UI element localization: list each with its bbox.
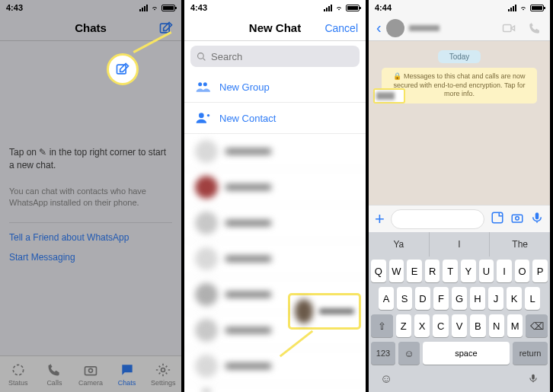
wifi-icon [150, 5, 159, 11]
page-title: Chats [75, 21, 107, 34]
chat-contact-header[interactable] [386, 19, 440, 37]
avatar [386, 19, 404, 37]
tab-bar: Status Calls Camera Chats Settings [0, 355, 181, 392]
battery-icon [346, 5, 360, 11]
key[interactable]: P [532, 260, 548, 282]
key[interactable]: M [507, 314, 523, 337]
svg-rect-10 [503, 24, 512, 31]
key[interactable]: N [489, 314, 504, 337]
keyboard-suggestions: Ya I The [369, 232, 550, 257]
key[interactable]: G [452, 287, 467, 310]
svg-rect-11 [492, 212, 503, 223]
svg-rect-12 [512, 215, 523, 222]
list-item[interactable] [184, 170, 366, 206]
shift-key[interactable]: ⇧ [371, 314, 393, 337]
suggestion[interactable]: I [430, 232, 491, 257]
key[interactable]: W [389, 260, 404, 282]
key[interactable]: J [488, 287, 503, 310]
battery-icon [161, 5, 175, 11]
tab-chats[interactable]: Chats [109, 356, 145, 392]
key[interactable]: L [525, 287, 540, 310]
back-button[interactable]: ‹ [376, 19, 382, 37]
backspace-key[interactable]: ⌫ [526, 314, 548, 337]
new-group-row[interactable]: New Group [184, 72, 366, 103]
message-input[interactable] [391, 209, 484, 229]
svg-rect-14 [535, 212, 539, 219]
empty-state-sub: You can chat with contacts who have What… [9, 186, 172, 209]
list-item[interactable] [184, 241, 366, 277]
video-call-icon[interactable] [501, 21, 516, 35]
space-key[interactable]: space [423, 342, 510, 365]
start-messaging-link[interactable]: Start Messaging [9, 252, 172, 272]
svg-point-8 [203, 82, 207, 86]
empty-state-hint: Tap on ✎ in the top right corner to star… [9, 146, 172, 172]
add-contact-icon [195, 110, 210, 126]
tab-settings[interactable]: Settings [145, 356, 181, 392]
tell-friend-link[interactable]: Tell a Friend about WhatsApp [9, 222, 172, 252]
wifi-icon [334, 5, 344, 11]
key[interactable]: Q [371, 260, 386, 282]
sticker-icon[interactable] [491, 211, 504, 228]
suggestion[interactable]: Ya [369, 232, 430, 257]
key[interactable]: H [470, 287, 485, 310]
search-icon [197, 52, 206, 62]
group-icon [195, 79, 210, 94]
key[interactable]: R [425, 260, 440, 282]
contact-list [184, 134, 366, 392]
key[interactable]: T [443, 260, 458, 282]
key[interactable]: F [433, 287, 449, 310]
key[interactable]: B [470, 314, 485, 337]
key[interactable]: U [479, 260, 494, 282]
list-item[interactable] [184, 349, 366, 384]
voice-call-icon[interactable] [527, 21, 542, 35]
signal-icon [508, 5, 516, 11]
page-title: New Chat [249, 21, 301, 34]
cancel-button[interactable]: Cancel [324, 22, 358, 34]
list-item[interactable] [184, 384, 366, 392]
key[interactable]: E [407, 260, 422, 282]
key[interactable]: C [433, 314, 448, 337]
status-bar: 4:43 [184, 0, 366, 15]
contact-name [409, 25, 440, 31]
header: ‹ [369, 15, 550, 41]
svg-point-2 [13, 365, 23, 374]
highlight-message-callout [373, 88, 405, 104]
emoji-icon[interactable]: ☺ [380, 372, 392, 387]
key[interactable]: S [397, 287, 412, 310]
key[interactable]: D [415, 287, 430, 310]
key[interactable]: X [414, 314, 430, 337]
camera-icon[interactable] [510, 211, 524, 228]
clock: 4:44 [375, 3, 392, 12]
chat-area: Today 🔒 Messages to this chat and calls … [369, 41, 550, 205]
clock: 4:43 [190, 3, 207, 12]
key[interactable]: I [497, 260, 512, 282]
highlight-compose-callout [107, 53, 139, 85]
key[interactable]: V [452, 314, 467, 337]
suggestion[interactable]: The [490, 232, 550, 257]
new-contact-row[interactable]: New Contact [184, 103, 366, 134]
key[interactable]: O [515, 260, 530, 282]
search-input[interactable] [211, 51, 353, 62]
tab-camera[interactable]: Camera [72, 356, 109, 392]
wifi-icon [519, 5, 528, 11]
date-pill: Today [438, 50, 481, 63]
tab-status[interactable]: Status [0, 356, 37, 392]
key[interactable]: Z [396, 314, 411, 337]
key[interactable]: Y [461, 260, 476, 282]
list-item[interactable] [184, 206, 366, 241]
status-bar: 4:43 [0, 0, 181, 15]
key[interactable]: K [507, 287, 522, 310]
key-row: ASDFGHJKL [371, 287, 548, 310]
search-field[interactable] [190, 46, 360, 67]
emoji-key[interactable]: ☺ [398, 342, 420, 365]
list-item[interactable] [184, 134, 366, 170]
return-key[interactable]: return [513, 342, 548, 365]
tab-calls[interactable]: Calls [37, 356, 73, 392]
attach-button[interactable]: + [375, 209, 385, 229]
numbers-key[interactable]: 123 [371, 342, 395, 365]
header: New Chat Cancel [184, 15, 366, 41]
key[interactable]: A [379, 287, 394, 310]
signal-icon [139, 5, 148, 11]
mic-icon[interactable] [530, 211, 544, 228]
dictation-icon[interactable] [528, 372, 539, 387]
